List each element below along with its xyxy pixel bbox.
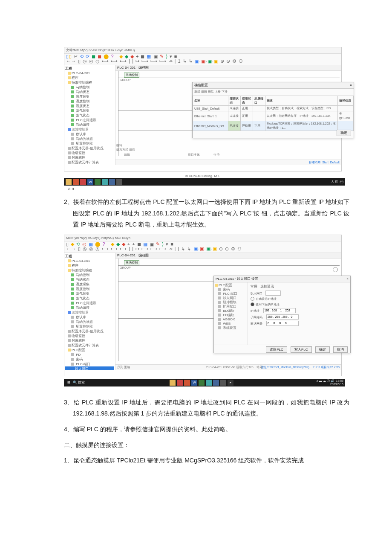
section-2-heading: 二、触摸屏的连接设置： <box>64 439 349 451</box>
toolbar: ▯ ◆ ⟲ ◎ ▦ ⬤ ? ◆ ◆ ◆ + + ◼ ▦ ▣ ✎ ⟩ ▾ ■ ←→… <box>64 241 341 253</box>
table-row[interactable]: Ethernet_Start_1 未连接 正用 以太网；指定网站备序；IP地址；… <box>193 111 354 121</box>
project-tree[interactable]: 工程 PLC-04-201 程序 特形控制编程 马纳控制 马纳状态 温度采集 温… <box>64 65 115 165</box>
ladder-block: 马纳控制 <box>124 73 139 78</box>
mask-input[interactable] <box>266 314 299 320</box>
app-icon[interactable] <box>109 179 115 185</box>
close-icon[interactable]: × <box>350 83 352 88</box>
app-icon[interactable] <box>73 179 79 185</box>
app-icon[interactable] <box>95 179 101 185</box>
folder-icon[interactable] <box>66 179 72 185</box>
close-icon[interactable]: × <box>346 276 349 282</box>
tree-selected[interactable]: 以太网口 <box>65 366 114 370</box>
window-titlebar: 女吟/Mttl M(V) nc-tw KCgP M io i -0yn <MKH… <box>64 47 341 54</box>
step-4-text: 4、编写 PLC 的程序，请参照信捷官网提供的资料。此处简略。 <box>64 424 349 435</box>
step-3-text: 3、给 PLC 重新设置 IP 地址后，需要把电脑的 IP 地址改到同 PLC … <box>64 397 349 419</box>
app-icon[interactable] <box>177 380 183 386</box>
cancel-button[interactable]: 取消 <box>333 346 348 353</box>
port-select[interactable] <box>265 291 281 296</box>
tray: 人 前 >[•) <box>331 180 343 183</box>
project-tree[interactable]: 工程 PLC-04-201 程序 特形控制编程 马纳控制 马纳状态 温度采集 温… <box>64 253 115 370</box>
editor-main: PLC-04-201 · 编程图 马纳控制 GROUP 2301风暴环控器 23… <box>115 65 341 165</box>
ok-button[interactable]: 确定 <box>337 130 351 136</box>
status-bar: 序列 重编 PLC-04-201.XDSE-60 通讯方式:Tcp，站号:1 信… <box>115 364 341 370</box>
windows-taskbar: W 人 前 >[•) <box>64 178 345 186</box>
dialog-tree[interactable]: PLC配置 密码 PLC 端口 以太网口 脱冲模块 扩用端口 BD编块 ED编块… <box>214 282 248 345</box>
status-bar: 标准XU8_Start_Default <box>115 160 341 165</box>
dialog-title: 确信配置 <box>194 83 208 87</box>
toolbar-icons: ▯▯ ✂ ⟲ ⟳ ◼ ◼ ⬤ ? ◆ ◆ ◆ + ◼ ▦ ▣ ✎ ⟩ ▾ ■ ←… <box>66 54 243 64</box>
ip-input[interactable] <box>263 308 296 313</box>
dialog-menu[interactable]: 新建 编辑 删除 上移 下移 <box>193 89 354 95</box>
comm-config-dialog: 确信配置× 新建 编辑 删除 上移 下移 名称 连接状态 使用状态 所属端口 描… <box>192 82 354 138</box>
section-2-step-1: 1、昆仑通态触摸屏 TPClo21Et 需使用专业版 MCgSPrO3.3251… <box>64 455 349 466</box>
editor-tab[interactable]: PLC-04-201 · 编程图 <box>115 65 341 71</box>
editor-tab[interactable]: PLC-04-201 · 编程图 <box>115 253 341 259</box>
dialog-form: 常用 选择通讯 以太网口： 自动获得IP地址 使用下面的IP地址 IP地址： 子… <box>248 282 350 345</box>
ethernet-config-dialog: PLC-04-201 · 以太网口 设置× PLC配置 密码 PLC 端口 以太… <box>213 276 351 353</box>
gateway-input[interactable] <box>266 321 299 326</box>
tree-header: 工程 <box>65 66 114 71</box>
editor-main: PLC-04-201 · 编程图 马纳控制 GROUP 2301风暴环控器 23… <box>115 253 341 370</box>
table-row[interactable]: Ethernet_Modbus_Def... 已连接 严格用 正用 Modbus… <box>193 121 354 131</box>
annotation: a n <box>68 186 349 191</box>
radio-static-ip[interactable] <box>251 302 254 306</box>
windows-taskbar: ⊞ 🔍 搜索 W ▸ ∧ ▬ ☁ ⓘ 🔊 15:552023/5/15 <box>64 379 345 386</box>
screenshot-1: 女吟/Mttl M(V) nc-tw KCgP M io i -0yn <MKH… <box>64 47 342 171</box>
write-plc-button[interactable]: 写入PLC <box>291 346 312 353</box>
tray: ∧ ▬ ☁ ⓘ 🔊 15:552023/5/15 <box>316 379 343 386</box>
ladder-diagram: 马纳控制 GROUP 2301风暴环控器 2302风暴环控器 确信配置× 新建 … <box>115 71 341 156</box>
word-icon[interactable]: W <box>191 380 197 386</box>
screenshot-2: Mkt> yei *s(v) HCSf(V) ncf(WC) MOI BByn … <box>64 235 342 376</box>
conn-table: 名称 连接状态 使用状态 所属端口 描述 编译信息 USB_Start_Defa… <box>193 96 354 131</box>
word-icon[interactable]: W <box>87 179 93 185</box>
caption: Xl ×OM-40 BMMg. M 1 <box>64 174 341 178</box>
read-plc-button[interactable]: 读取PLC <box>266 346 287 353</box>
app-icon[interactable]: ▸ <box>228 380 233 386</box>
app-icon[interactable] <box>199 380 205 386</box>
app-icon[interactable] <box>206 380 212 386</box>
app-icon[interactable] <box>220 380 226 386</box>
app-icon[interactable] <box>213 380 219 386</box>
window-titlebar: Mkt> yei *s(v) HCSf(V) ncf(WC) MOI BByn <box>64 235 341 241</box>
step-2-text: 2、接着在软件的左侧工程树点击 PLC 配置一以太网口一选择使用下面 IP 地址… <box>64 196 349 230</box>
app-icon[interactable] <box>116 179 122 185</box>
app-icon[interactable] <box>80 179 86 185</box>
dialog-title: PLC-04-201 · 以太网口 设置 <box>216 277 258 281</box>
toolbar: ▯▯ ✂ ⟲ ⟳ ◼ ◼ ⬤ ? ◆ ◆ ◆ + ◼ ▦ ▣ ✎ ⟩ ▾ ■ ←… <box>64 54 341 65</box>
app-icon[interactable] <box>184 380 190 386</box>
folder-icon[interactable] <box>170 380 176 386</box>
radio-auto-ip[interactable] <box>251 297 254 301</box>
ok-button[interactable]: 确定 <box>315 346 330 353</box>
app-icon[interactable] <box>102 179 108 185</box>
table-row[interactable]: USB_Start_Default 未连接 正用 模式类型；自动模式；检索方式；… <box>193 106 354 111</box>
search-label[interactable]: 搜索 <box>78 381 85 384</box>
start-icon[interactable]: ⊞ <box>66 380 72 386</box>
